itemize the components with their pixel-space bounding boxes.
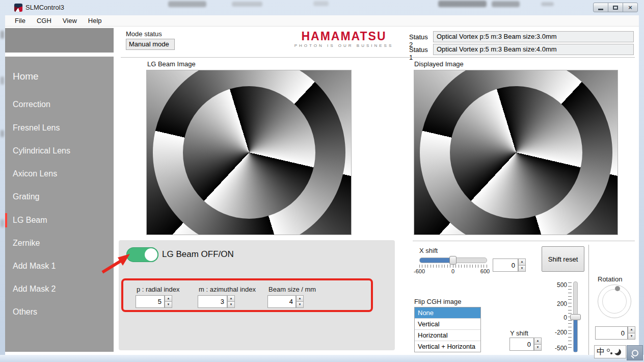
y-shift-stepper[interactable]: ▲ ▼	[534, 338, 542, 351]
menu-bar: File CGH View Help	[5, 15, 639, 27]
x-shift-stepper[interactable]: ▲ ▼	[518, 258, 526, 272]
ime-language-indicator[interactable]: 中	[597, 347, 605, 357]
spin-up-icon[interactable]: ▲	[518, 258, 526, 266]
flip-cgh-listbox[interactable]: None Vertical Horizontal Vertical + Hori…	[414, 307, 481, 352]
spin-up-icon[interactable]: ▲	[534, 338, 542, 345]
lg-beam-image-label: LG Beam Image	[147, 60, 196, 68]
lg-beam-toggle-label: LG Beam OFF/ON	[162, 249, 234, 260]
v-tick-500: 500	[547, 281, 567, 289]
glass-blur-decoration	[232, 2, 262, 7]
maximize-icon	[613, 6, 618, 10]
window-controls: ×	[594, 3, 638, 12]
rotation-dial-knob[interactable]	[615, 286, 620, 291]
y-shift-label: Y shift	[510, 329, 528, 337]
x-shift-ticks	[419, 265, 487, 268]
v-tick-0: 0	[547, 314, 567, 321]
m-azimuthal-index-input[interactable]	[198, 295, 227, 308]
ime-crescent-icon[interactable]	[614, 349, 621, 355]
status2-value: Optical Vortex p:5 m:3 Beam size:3.0mm	[433, 31, 634, 42]
hamamatsu-logo: HAMAMATSU	[288, 30, 400, 43]
shift-reset-button[interactable]: Shift reset	[542, 246, 584, 272]
mode-status-label: Mode status	[126, 30, 162, 38]
beam-size-stepper[interactable]: ▲ ▼	[296, 295, 304, 308]
annotation-arrow	[98, 251, 134, 277]
sidebar-item-lg-beam[interactable]: LG Beam	[5, 213, 114, 227]
magnifier-button[interactable]	[627, 345, 643, 360]
displayed-image-label: Displayed Image	[414, 60, 464, 68]
ime-language-bar[interactable]: 中	[594, 345, 626, 358]
x-shift-input[interactable]	[493, 258, 518, 272]
vortex-inner-phase	[183, 86, 315, 219]
y-shift-slider-thumb[interactable]	[570, 314, 581, 320]
menu-cgh[interactable]: CGH	[31, 16, 57, 25]
rotation-dial-ring	[602, 289, 627, 314]
close-button[interactable]: ×	[623, 3, 638, 12]
p-radial-index-label: p : radial index	[137, 286, 180, 293]
sidebar-item-grating[interactable]: Grating	[5, 190, 114, 204]
sidebar-item-add-mask-2[interactable]: Add Mask 2	[5, 282, 114, 296]
y-shift-slider-fill	[574, 320, 577, 352]
ime-mode-icon[interactable]	[607, 349, 610, 352]
sidebar-item-add-mask-1[interactable]: Add Mask 1	[5, 259, 114, 273]
glass-blur-decoration	[438, 1, 487, 7]
sidebar-item-home[interactable]: Home	[5, 69, 114, 84]
flip-option-horizontal[interactable]: Horizontal	[415, 330, 480, 341]
p-radial-index-input[interactable]	[136, 295, 165, 308]
glass-blur-decoration	[1, 219, 4, 227]
title-bar: SLMControl3 ×	[0, 0, 644, 15]
glass-blur-decoration	[492, 1, 520, 7]
x-tick-zero: 0	[449, 268, 457, 274]
status1-value: Optical Vortex p:5 m:3 Beam size:4.0mm	[433, 44, 634, 55]
glass-blur-decoration	[168, 1, 206, 7]
sidebar-item-correction[interactable]: Correction	[5, 97, 114, 112]
m-azimuthal-index-stepper[interactable]: ▲ ▼	[227, 295, 235, 308]
maximize-button[interactable]	[608, 3, 623, 12]
lg-beam-image	[146, 70, 352, 235]
glass-blur-decoration	[1, 76, 4, 85]
glass-blur-decoration	[313, 1, 329, 6]
flip-option-vertical[interactable]: Vertical	[415, 319, 480, 330]
flip-option-none[interactable]: None	[415, 307, 480, 319]
x-shift-slider-thumb[interactable]	[449, 256, 457, 265]
controls-group-separator	[413, 241, 635, 241]
menu-help[interactable]: Help	[83, 16, 108, 25]
sidebar-item-zernike[interactable]: Zernike	[5, 236, 114, 250]
rotation-input[interactable]	[595, 326, 628, 340]
displayed-image	[414, 70, 618, 235]
glass-blur-decoration	[1, 130, 4, 137]
header-separator	[121, 57, 635, 58]
x-tick-max: 600	[476, 268, 494, 274]
v-tick-neg500: -500	[547, 345, 567, 352]
spin-down-icon[interactable]: ▼	[534, 344, 542, 351]
menu-view[interactable]: View	[57, 16, 83, 25]
spin-down-icon[interactable]: ▼	[296, 301, 304, 308]
beam-size-input[interactable]	[267, 295, 296, 308]
ime-dot-icon[interactable]	[610, 352, 612, 354]
rotation-dial[interactable]	[598, 285, 631, 318]
spin-down-icon[interactable]: ▼	[518, 265, 526, 272]
x-shift-slider-fill	[420, 258, 453, 263]
sidebar-item-axicon-lens[interactable]: Axicon Lens	[5, 167, 114, 181]
sidebar-item-cylindrical-lens[interactable]: Cylindrical Lens	[5, 144, 114, 158]
sidebar: Home Correction Fresnel Lens Cylindrical…	[5, 57, 114, 352]
glass-blur-decoration	[1, 31, 4, 39]
minimize-button[interactable]	[593, 3, 608, 12]
p-radial-index-stepper[interactable]: ▲ ▼	[165, 295, 172, 308]
minimize-icon	[598, 9, 603, 10]
sidebar-item-fresnel-lens[interactable]: Fresnel Lens	[5, 121, 114, 135]
spin-down-icon[interactable]: ▼	[227, 301, 235, 308]
x-shift-label: X shift	[419, 247, 438, 254]
spin-down-icon[interactable]: ▼	[165, 301, 172, 308]
rotation-stepper[interactable]: ▲ ▼	[628, 326, 635, 340]
rotation-divider	[588, 245, 589, 355]
sidebar-header-block	[5, 28, 114, 53]
y-shift-input[interactable]	[509, 338, 534, 351]
window-bottom-border	[0, 355, 644, 362]
flip-option-vertical-horizontal[interactable]: Vertical + Horizonta	[415, 341, 480, 352]
spin-up-icon[interactable]: ▲	[628, 326, 635, 333]
menu-file[interactable]: File	[9, 16, 31, 25]
magnifier-handle	[631, 355, 634, 358]
sidebar-item-others[interactable]: Others	[5, 305, 114, 319]
spin-down-icon[interactable]: ▼	[628, 333, 635, 340]
status1-label: Status 1	[409, 46, 432, 61]
